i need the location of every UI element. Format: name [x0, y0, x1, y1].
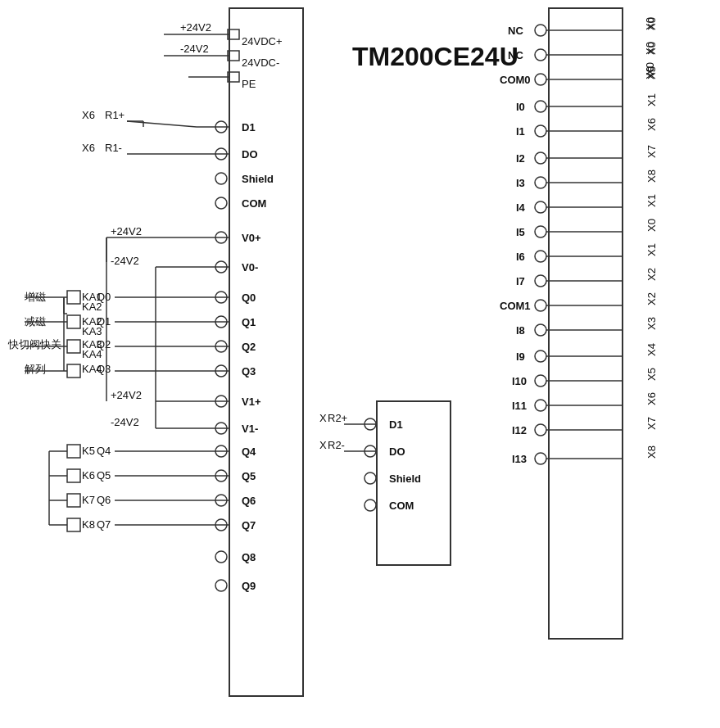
pin-I12: I12 [512, 424, 527, 436]
svg-point-80 [535, 152, 546, 164]
pin-COM: COM [242, 197, 266, 210]
pin-I13: I13 [512, 453, 527, 465]
svg-point-70 [535, 25, 546, 36]
wire-label-5: X6 [645, 118, 658, 131]
pin-NC2: NC [508, 49, 523, 61]
label-pe: PE [242, 78, 256, 90]
label-k5: K5 [82, 445, 95, 457]
svg-point-102 [535, 424, 546, 436]
svg-point-84 [535, 201, 546, 213]
svg-point-78 [535, 125, 546, 137]
wire-label-14: X4 [645, 343, 658, 356]
sub-pin-D1: D1 [389, 418, 403, 431]
wire-label-8: X1 [645, 194, 658, 207]
svg-point-100 [535, 400, 546, 411]
pin-Q2: Q2 [242, 341, 256, 353]
svg-point-112 [365, 500, 376, 511]
pin-I0: I0 [516, 101, 525, 113]
pin-Q3: Q3 [242, 365, 256, 378]
wire-label-7: X8 [645, 170, 658, 183]
pin-V0minus: V0- [242, 261, 258, 274]
pin-I3: I3 [516, 177, 525, 189]
pin-Q1: Q1 [242, 316, 256, 328]
svg-point-68 [215, 551, 227, 563]
wire-label-10: X1 [645, 243, 658, 256]
label-plus24v2-v0: +24V2 [111, 225, 142, 237]
pin-I6: I6 [516, 251, 525, 263]
pin-I7: I7 [516, 275, 525, 287]
pin-COM0: COM0 [500, 74, 531, 86]
svg-rect-0 [229, 8, 303, 696]
svg-point-86 [535, 226, 546, 237]
diagram-title: TM200CE24U [352, 42, 518, 71]
svg-point-82 [535, 177, 546, 188]
label-q2: Q2 [97, 338, 111, 350]
svg-point-90 [535, 275, 546, 287]
svg-point-76 [535, 101, 546, 112]
label-x6-2: X6 [82, 142, 95, 154]
pin-COM1: COM1 [500, 300, 531, 312]
pin-V1plus: V1+ [242, 396, 261, 408]
pin-I4: I4 [516, 201, 526, 214]
svg-rect-24 [67, 291, 80, 304]
svg-point-98 [535, 375, 546, 387]
svg-rect-59 [67, 494, 80, 507]
label-r2plus: R2+ [328, 412, 347, 424]
label-k6: K6 [82, 469, 95, 482]
pin-Q7: Q7 [242, 519, 256, 531]
label-jielie: 解列 [25, 363, 46, 375]
svg-point-16 [215, 173, 227, 184]
wire-label-15: X5 [645, 368, 658, 381]
label-k8: K8 [82, 518, 95, 531]
label-q6: Q6 [97, 494, 111, 506]
pin-NC1: NC [508, 25, 523, 37]
label-24vdcplus: 24VDC+ [242, 35, 283, 47]
label-q1: Q1 [97, 315, 111, 328]
label-minus24v2-v0: -24V2 [111, 255, 139, 267]
wire-label-6: X7 [645, 145, 658, 158]
wire-label-2: X0 [645, 42, 658, 55]
pin-I8: I8 [516, 324, 525, 337]
label-x6-1: X6 [82, 109, 95, 121]
wire-label-4: X1 [645, 93, 658, 106]
wire-label-17: X7 [645, 417, 658, 430]
pin-I2: I2 [516, 152, 525, 165]
svg-point-94 [535, 324, 546, 336]
label-q3: Q3 [97, 363, 111, 375]
pin-Q6: Q6 [242, 495, 256, 507]
wire-label-1: X0 [645, 17, 658, 30]
pin-Q9: Q9 [242, 580, 256, 592]
pin-I11: I11 [512, 400, 527, 412]
pin-I9: I9 [516, 350, 525, 363]
svg-point-111 [365, 473, 376, 484]
svg-point-74 [535, 74, 546, 85]
svg-rect-31 [67, 315, 80, 328]
pin-Q4: Q4 [242, 445, 256, 458]
label-k7: K7 [82, 494, 95, 506]
label-q5: Q5 [97, 469, 111, 482]
label-x-r2minus: X [319, 439, 327, 451]
label-plus24v2-top: +24V2 [180, 21, 211, 34]
pin-Q0: Q0 [242, 292, 256, 304]
wire-label-11: X2 [645, 268, 658, 281]
svg-rect-41 [67, 364, 80, 378]
svg-rect-36 [67, 340, 80, 353]
wiring-diagram: TM200CE24U +24V2 24VDC+ -24V2 24VDC- PE … [0, 0, 720, 728]
wire-label-16: X6 [645, 392, 658, 405]
svg-rect-1 [549, 8, 623, 639]
label-minus24v2-top: -24V2 [180, 43, 209, 55]
svg-point-92 [535, 300, 546, 311]
pin-V1minus: V1- [242, 423, 258, 435]
wire-label-13: X3 [645, 317, 658, 330]
pin-I10: I10 [512, 375, 527, 387]
label-24vdcminus: 24VDC- [242, 57, 279, 69]
label-x-r2plus: X [319, 412, 327, 424]
svg-point-96 [535, 350, 546, 362]
svg-point-17 [215, 197, 227, 209]
svg-point-104 [535, 453, 546, 464]
wire-label-9: X0 [645, 219, 658, 232]
pin-I5: I5 [516, 226, 525, 238]
label-r2minus: R2- [328, 439, 345, 451]
sub-pin-Shield: Shield [389, 473, 421, 485]
pin-I1: I1 [516, 125, 525, 138]
